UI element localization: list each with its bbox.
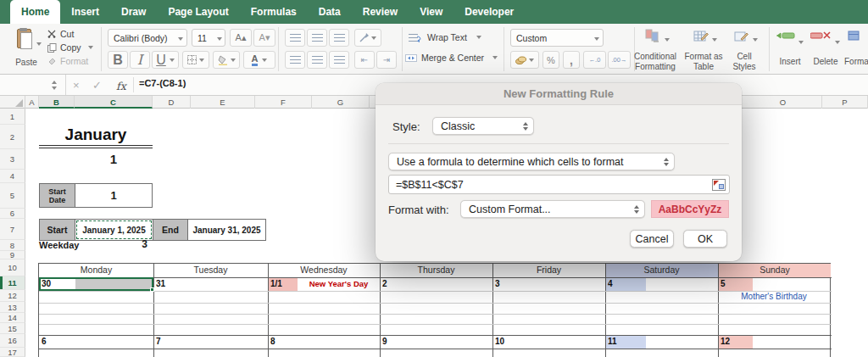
formula-bar-input[interactable]: =C7-(C8-1): [139, 78, 186, 88]
increase-decimal-button[interactable]: ←.0: [583, 51, 606, 69]
row-header-15[interactable]: 15: [0, 323, 25, 334]
tab-draw[interactable]: Draw: [110, 0, 157, 24]
tab-review[interactable]: Review: [352, 0, 409, 24]
date-cell[interactable]: 7: [153, 335, 189, 349]
insert-cells-button[interactable]: Insert: [773, 29, 807, 70]
column-header-C[interactable]: C: [75, 96, 153, 109]
orientation-button[interactable]: [354, 29, 381, 47]
cell-weekday-value[interactable]: 3: [75, 238, 147, 251]
increase-indent-button[interactable]: ⇥: [376, 51, 397, 69]
day-header-thursday[interactable]: Thursday: [380, 264, 492, 277]
cell-styles-button[interactable]: Cell Styles: [726, 28, 763, 70]
day-header-monday[interactable]: Monday: [39, 264, 153, 277]
row-header-14[interactable]: 14: [0, 313, 25, 323]
font-color-button[interactable]: A: [243, 51, 275, 69]
row-header-10[interactable]: 10: [0, 259, 25, 276]
row-header-7[interactable]: 7: [0, 219, 25, 240]
formula-input[interactable]: =$B$11<$C$7: [388, 175, 730, 194]
day-header-saturday[interactable]: Saturday: [605, 264, 718, 277]
cell-month-title[interactable]: January: [39, 125, 153, 144]
select-all-corner[interactable]: [0, 96, 25, 109]
align-right-button[interactable]: [329, 51, 349, 69]
date-cell[interactable]: 10: [492, 335, 528, 349]
row-header-1[interactable]: 1: [0, 109, 25, 125]
range-selector-icon[interactable]: [712, 179, 726, 191]
date-cell[interactable]: 31: [153, 277, 189, 291]
cell-start-label[interactable]: Start: [39, 219, 75, 241]
fill-color-button[interactable]: [213, 51, 240, 69]
column-header-O[interactable]: O: [744, 96, 822, 109]
tab-page-layout[interactable]: Page Layout: [157, 0, 239, 24]
cell-end-value[interactable]: January 31, 2025: [187, 219, 266, 241]
tab-formulas[interactable]: Formulas: [240, 0, 308, 24]
row-header-16[interactable]: 16: [0, 334, 25, 348]
align-center-button[interactable]: [307, 51, 327, 69]
rule-type-select[interactable]: Use a formula to determine which cells t…: [388, 153, 675, 170]
cancel-entry-icon[interactable]: ×: [73, 79, 80, 92]
date-cell[interactable]: 5: [718, 277, 753, 291]
row-header-5[interactable]: 5: [0, 183, 25, 209]
align-top-button[interactable]: [285, 29, 305, 47]
row-header-2[interactable]: 2: [0, 125, 25, 149]
tab-home[interactable]: Home: [10, 0, 60, 24]
row-header-9[interactable]: 9: [0, 251, 25, 259]
column-header-F[interactable]: F: [255, 96, 312, 109]
name-box-down-stepper[interactable]: [52, 86, 57, 90]
underline-button[interactable]: U: [152, 51, 179, 69]
column-header-A[interactable]: A: [25, 96, 39, 109]
insert-function-icon[interactable]: fx: [116, 80, 126, 92]
decrease-font-size-button[interactable]: A▾: [253, 29, 275, 47]
style-select[interactable]: Classic: [432, 117, 534, 135]
date-cell[interactable]: 1/1: [268, 277, 298, 291]
cut-button[interactable]: Cut: [47, 29, 97, 40]
bold-button[interactable]: B: [108, 51, 128, 69]
day-header-wednesday[interactable]: Wednesday: [268, 264, 380, 277]
date-cell[interactable]: 3: [492, 277, 528, 291]
tab-insert[interactable]: Insert: [60, 0, 110, 24]
percent-style-button[interactable]: %: [542, 51, 559, 69]
merge-center-button[interactable]: Merge & Center: [405, 52, 514, 64]
decrease-decimal-button[interactable]: .00→: [608, 51, 631, 69]
align-middle-button[interactable]: [307, 29, 327, 47]
tab-view[interactable]: View: [409, 0, 453, 24]
italic-button[interactable]: I: [130, 51, 150, 69]
date-cell[interactable]: 4: [605, 277, 646, 291]
cell-start-value[interactable]: January 1, 2025: [76, 220, 152, 239]
day-header-sunday[interactable]: Sunday: [718, 264, 832, 277]
font-size-select[interactable]: 11: [192, 29, 225, 47]
confirm-entry-icon[interactable]: ✓: [92, 79, 102, 92]
row-header-11[interactable]: 11: [0, 276, 25, 290]
column-header-E[interactable]: E: [191, 96, 255, 109]
conditional-formatting-button[interactable]: Conditional Formatting: [631, 28, 680, 70]
align-bottom-button[interactable]: [329, 29, 349, 47]
date-cell[interactable]: 12: [718, 335, 753, 349]
number-format-select[interactable]: Custom: [510, 29, 604, 47]
new-years-day-event[interactable]: New Year's Day: [298, 277, 380, 291]
increase-font-size-button[interactable]: A▴: [230, 29, 252, 47]
row-header-6[interactable]: 6: [0, 209, 25, 219]
date-cell[interactable]: 9: [380, 335, 415, 349]
align-left-button[interactable]: [285, 51, 305, 69]
format-cells-button[interactable]: Format: [844, 29, 868, 70]
mothers-birthday-event[interactable]: Mother's Birthday: [721, 291, 826, 303]
format-as-table-button[interactable]: Format as Table: [683, 28, 724, 70]
row-header-12[interactable]: 12: [0, 290, 25, 302]
date-cell[interactable]: 6: [39, 335, 75, 349]
paste-button[interactable]: Paste: [5, 28, 47, 70]
row-header-17[interactable]: 17: [0, 348, 25, 357]
tab-data[interactable]: Data: [308, 0, 352, 24]
column-header-D[interactable]: D: [153, 96, 191, 109]
row-header-3[interactable]: 3: [0, 149, 25, 170]
column-header-P[interactable]: P: [822, 96, 868, 109]
date-cell[interactable]: 8: [268, 335, 303, 349]
cell-end-label[interactable]: End: [153, 219, 188, 241]
day-header-tuesday[interactable]: Tuesday: [153, 264, 268, 277]
column-header-G[interactable]: G: [312, 96, 370, 109]
copy-button[interactable]: Copy: [47, 42, 97, 53]
accounting-format-button[interactable]: [510, 51, 539, 69]
borders-button[interactable]: [182, 51, 209, 69]
name-box[interactable]: [0, 75, 66, 95]
row-header-13[interactable]: 13: [0, 302, 25, 313]
tab-developer[interactable]: Developer: [453, 0, 525, 24]
cell-start-date-label[interactable]: Start Date: [39, 183, 75, 208]
